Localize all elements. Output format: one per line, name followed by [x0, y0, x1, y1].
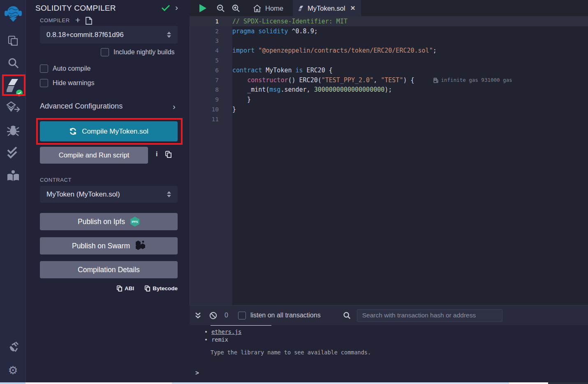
- line-number: 5: [190, 57, 232, 64]
- line-number: 1: [190, 18, 232, 25]
- library-link-remix[interactable]: remix: [211, 336, 228, 343]
- editor-toolbar: Home MyToken.sol ✕: [190, 0, 588, 16]
- solidity-compiler-icon[interactable]: [0, 76, 26, 95]
- solidity-file-icon: [299, 5, 304, 12]
- code-line-11[interactable]: 11: [190, 114, 588, 124]
- terminal-panel: 0 listen on all transactions ethers.jsre…: [190, 305, 588, 382]
- advanced-config-chevron-icon[interactable]: ›: [173, 102, 176, 111]
- hide-warnings-label: Hide warnings: [53, 79, 94, 87]
- file-explorer-icon[interactable]: [0, 32, 26, 50]
- line-number: 3: [190, 37, 232, 44]
- auto-compile-checkbox[interactable]: [40, 65, 48, 73]
- select-arrows-icon: [167, 191, 171, 197]
- publish-swarm-button[interactable]: Publish on Swarm: [40, 237, 178, 254]
- terminal-help-text: Type the library name to see available c…: [211, 349, 371, 356]
- tab-home[interactable]: Home: [247, 0, 289, 16]
- tab-mytoken-label: MyToken.sol: [308, 5, 345, 12]
- scrollbar-thumb[interactable]: [25, 382, 172, 384]
- contract-select[interactable]: MyToken (MyToken.sol): [40, 186, 178, 203]
- terminal-search-icon: [343, 312, 351, 319]
- auto-compile-label: Auto compile: [53, 65, 91, 72]
- clear-console-icon[interactable]: [209, 312, 217, 319]
- deploy-and-run-icon[interactable]: [0, 99, 26, 117]
- library-link-ethers-js[interactable]: ethers.js: [211, 328, 241, 335]
- line-number: 6: [190, 67, 232, 74]
- terminal-content[interactable]: ethers.jsremix Type the library name to …: [190, 325, 588, 382]
- code-line-7[interactable]: 7 constructor() ERC20("TEST_PPY_2.0", "T…: [190, 75, 588, 85]
- main-area: Home MyToken.sol ✕ 1// SPDX-License-Iden…: [190, 0, 588, 384]
- compile-and-run-button[interactable]: Compile and Run script: [40, 147, 148, 164]
- copy-script-icon[interactable]: [165, 151, 171, 160]
- compiler-version-select[interactable]: 0.8.18+commit.87f61d96: [40, 26, 178, 44]
- fuel-pump-icon: [433, 77, 438, 83]
- code-editor[interactable]: 1// SPDX-License-Identifier: MIT2pragma …: [190, 16, 588, 305]
- info-icon[interactable]: i: [156, 150, 157, 158]
- publish-ipfs-label: Publish on Ipfs: [78, 217, 125, 226]
- add-compiler-icon[interactable]: +: [75, 16, 80, 24]
- compile-button[interactable]: Compile MyToken.sol: [40, 121, 178, 141]
- copy-bytecode-button[interactable]: Bytecode: [145, 285, 178, 291]
- plugin-manager-icon[interactable]: [0, 338, 26, 356]
- close-tab-icon[interactable]: ✕: [350, 5, 356, 12]
- copy-icon: [145, 285, 150, 291]
- expand-terminal-icon[interactable]: [195, 312, 201, 319]
- code-line-4[interactable]: 4import "@openzeppelin/contracts/token/E…: [190, 46, 588, 56]
- remix-logo-icon[interactable]: [0, 2, 26, 25]
- static-analysis-icon[interactable]: [0, 144, 26, 162]
- settings-gear-icon[interactable]: ⚙: [0, 361, 26, 379]
- publish-ipfs-button[interactable]: Publish on Ipfs IPFS: [40, 213, 178, 230]
- bottom-scrollbar[interactable]: [0, 382, 588, 384]
- panel-title: SOLIDITY COMPILER: [35, 4, 116, 13]
- unit-testing-icon[interactable]: [0, 167, 26, 185]
- copy-icon: [117, 285, 122, 291]
- compile-success-check-icon: [161, 5, 170, 13]
- tab-mytoken-sol[interactable]: MyToken.sol ✕: [293, 0, 361, 16]
- select-arrows-icon: [167, 32, 171, 38]
- code-line-8[interactable]: 8 _mint(msg.sender, 3000000000000000000)…: [190, 85, 588, 95]
- scrollbar-track-end: [548, 382, 588, 384]
- code-line-10[interactable]: 10}: [190, 104, 588, 114]
- code-line-2[interactable]: 2pragma solidity ^0.8.9;: [190, 26, 588, 36]
- code-line-6[interactable]: 6contract MyToken is ERC20 {: [190, 65, 588, 75]
- hide-warnings-checkbox[interactable]: [40, 79, 48, 87]
- zoom-in-icon[interactable]: [229, 0, 243, 16]
- svg-text:IPFS: IPFS: [132, 220, 138, 223]
- include-nightly-label: Include nightly builds: [113, 49, 175, 56]
- listen-transactions-label: listen on all transactions: [250, 312, 321, 319]
- terminal-search-input[interactable]: [357, 309, 502, 322]
- publish-swarm-label: Publish on Swarm: [72, 242, 130, 250]
- icon-panel: ⚙: [0, 0, 26, 384]
- compiler-doc-icon[interactable]: [86, 17, 92, 26]
- include-nightly-checkbox[interactable]: [101, 48, 109, 56]
- home-icon: [253, 5, 262, 12]
- contract-section-label: CONTRACT: [40, 177, 72, 183]
- line-number: 11: [190, 116, 232, 123]
- scrollbar-thumb[interactable]: [509, 382, 548, 384]
- run-script-play-icon[interactable]: [195, 0, 210, 16]
- terminal-prompt[interactable]: >: [195, 369, 199, 377]
- compilation-details-button[interactable]: Compilation Details: [40, 261, 178, 278]
- swarm-icon: [135, 240, 146, 252]
- compile-button-label: Compile MyToken.sol: [82, 127, 148, 136]
- compiler-section-label: COMPILER: [40, 17, 70, 23]
- zoom-out-icon[interactable]: [213, 0, 227, 16]
- panel-collapse-chevron-icon[interactable]: ›: [175, 2, 178, 12]
- code-line-9[interactable]: 9 }: [190, 95, 588, 104]
- advanced-configurations-toggle[interactable]: Advanced Configurations: [40, 102, 123, 111]
- listen-transactions-checkbox[interactable]: [238, 312, 246, 319]
- search-icon[interactable]: [0, 54, 26, 72]
- line-number: 10: [190, 106, 232, 113]
- bytecode-label: Bytecode: [153, 285, 178, 291]
- debugger-icon[interactable]: [0, 121, 26, 139]
- abi-label: ABI: [125, 285, 134, 291]
- code-line-5[interactable]: 5: [190, 56, 588, 65]
- scrollbar-track: [0, 382, 25, 384]
- code-lines: 1// SPDX-License-Identifier: MIT2pragma …: [190, 16, 588, 124]
- copy-abi-button[interactable]: ABI: [117, 285, 134, 291]
- contract-select-value: MyToken (MyToken.sol): [46, 190, 120, 199]
- terminal-toolbar: 0 listen on all transactions: [190, 305, 588, 325]
- code-line-1[interactable]: 1// SPDX-License-Identifier: MIT: [190, 16, 588, 26]
- tab-home-label: Home: [265, 5, 283, 12]
- remix-ide-window: ⚙ SOLIDITY COMPILER › COMPILER + 0.8.18+…: [0, 0, 588, 384]
- code-line-3[interactable]: 3: [190, 36, 588, 46]
